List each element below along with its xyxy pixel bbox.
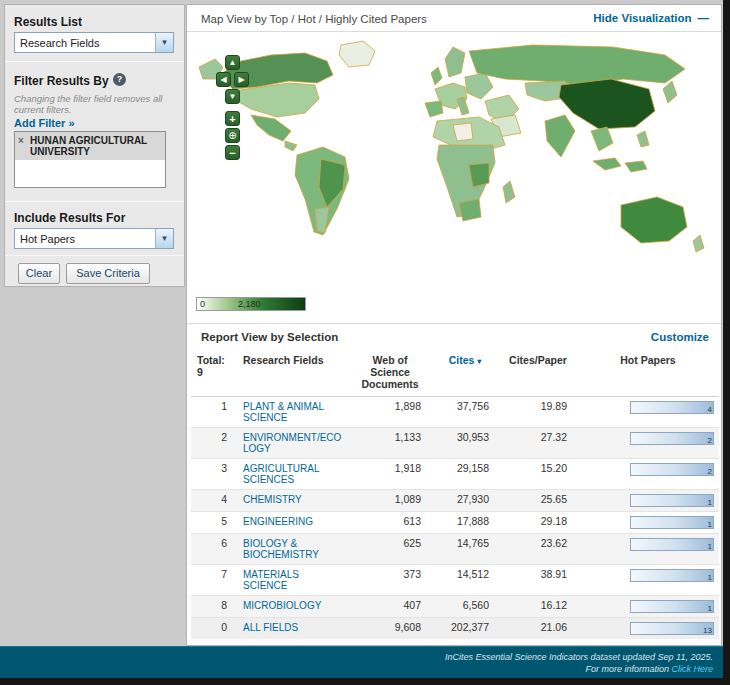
filter-results-by-label: Filter Results By xyxy=(14,74,109,88)
cites-cell: 37,756 xyxy=(431,397,499,428)
pan-left-icon[interactable]: ◀ xyxy=(216,72,231,87)
main-panel: Map View by Top / Hot / Highly Cited Pap… xyxy=(186,4,722,646)
pan-up-icon[interactable]: ▲ xyxy=(225,55,240,70)
clear-button[interactable]: Clear xyxy=(18,263,60,284)
results-list-label: Results List xyxy=(14,15,82,29)
zoom-in-icon[interactable]: + xyxy=(225,111,240,126)
table-row: 6 BIOLOGY & BIOCHEMISTRY 625 14,765 23.6… xyxy=(191,534,719,565)
active-filters-list: × HUNAN AGRICULTURAL UNIVERSITY xyxy=(14,131,166,188)
column-header-research-fields[interactable]: Research Fields xyxy=(239,351,349,397)
table-row: 1 PLANT & ANIMAL SCIENCE 1,898 37,756 19… xyxy=(191,397,719,428)
docs-cell: 625 xyxy=(349,534,431,565)
hot-papers-value: 1 xyxy=(708,572,712,583)
click-here-link[interactable]: Click Here xyxy=(671,664,713,674)
hot-papers-value: 13 xyxy=(703,625,712,636)
rank-cell: 6 xyxy=(191,534,239,565)
table-row: 0 ALL FIELDS 9,608 202,377 21.06 13 xyxy=(191,618,719,640)
world-map[interactable]: ▲ ◀ ▶ ▼ + ⊕ − xyxy=(193,35,715,295)
active-filter-item[interactable]: × HUNAN AGRICULTURAL UNIVERSITY xyxy=(15,132,165,160)
report-table: Total: 9 Research Fields Web of Science … xyxy=(191,351,719,639)
rank-cell: 0 xyxy=(191,618,239,640)
column-header-documents[interactable]: Web of Science Documents xyxy=(349,351,431,397)
field-link[interactable]: CHEMISTRY xyxy=(243,494,302,505)
rank-cell: 8 xyxy=(191,596,239,618)
total-value: 9 xyxy=(197,366,227,378)
hot-papers-value: 2 xyxy=(708,435,712,446)
hot-papers-bar: 1 xyxy=(630,538,714,551)
field-link[interactable]: ENVIRONMENT/ECOLOGY xyxy=(243,432,341,454)
table-header-row: Total: 9 Research Fields Web of Science … xyxy=(191,351,719,397)
docs-cell: 1,898 xyxy=(349,397,431,428)
field-link[interactable]: PLANT & ANIMAL SCIENCE xyxy=(243,401,324,423)
sort-desc-icon: ▾ xyxy=(477,357,481,366)
docs-cell: 613 xyxy=(349,512,431,534)
hot-papers-bar: 1 xyxy=(630,600,714,613)
help-icon[interactable]: ? xyxy=(113,73,126,86)
map-countries xyxy=(199,41,704,252)
rank-cell: 3 xyxy=(191,459,239,490)
sidebar-divider xyxy=(5,255,184,256)
hot-papers-value: 1 xyxy=(708,541,712,552)
table-row: 3 AGRICULTURAL SCIENCES 1,918 29,158 15.… xyxy=(191,459,719,490)
rank-cell: 4 xyxy=(191,490,239,512)
field-link[interactable]: ENGINEERING xyxy=(243,516,313,527)
cites-per-paper-cell: 21.06 xyxy=(499,618,577,640)
docs-cell: 407 xyxy=(349,596,431,618)
cites-cell: 30,953 xyxy=(431,428,499,459)
column-header-cites-per-paper[interactable]: Cites/Paper xyxy=(499,351,577,397)
hot-papers-value: 2 xyxy=(708,466,712,477)
docs-cell: 9,608 xyxy=(349,618,431,640)
cites-cell: 6,560 xyxy=(431,596,499,618)
save-criteria-button[interactable]: Save Criteria xyxy=(66,263,150,284)
remove-filter-icon[interactable]: × xyxy=(18,135,24,146)
map-view-title: Map View by Top / Hot / Highly Cited Pap… xyxy=(201,13,427,25)
column-header-cites[interactable]: Cites ▾ xyxy=(431,351,499,397)
collapse-icon: — xyxy=(698,12,710,24)
hot-papers-bar: 4 xyxy=(630,401,714,414)
field-link[interactable]: AGRICULTURAL SCIENCES xyxy=(243,463,319,485)
zoom-out-icon[interactable]: − xyxy=(225,145,240,160)
app-window: Results List Research Fields ▼ Filter Re… xyxy=(0,0,723,678)
results-list-selected-value: Research Fields xyxy=(20,37,99,49)
screen: Results List Research Fields ▼ Filter Re… xyxy=(0,0,730,685)
total-header: Total: 9 xyxy=(191,351,239,397)
report-view-title: Report View by Selection xyxy=(201,331,338,343)
include-results-label: Include Results For xyxy=(14,211,125,225)
pan-down-icon[interactable]: ▼ xyxy=(225,89,240,104)
customize-link[interactable]: Customize xyxy=(651,331,709,343)
add-filter-link[interactable]: Add Filter » xyxy=(14,117,75,129)
hot-papers-bar: 1 xyxy=(630,494,714,507)
include-results-select[interactable]: Hot Papers ▼ xyxy=(14,228,174,249)
column-header-hot-papers[interactable]: Hot Papers xyxy=(577,351,719,397)
hide-visualization-link[interactable]: Hide Visualization— xyxy=(593,12,709,24)
results-list-select[interactable]: Research Fields ▼ xyxy=(14,32,174,53)
table-row: 8 MICROBIOLOGY 407 6,560 16.12 1 xyxy=(191,596,719,618)
table-row: 7 MATERIALS SCIENCE 373 14,512 38.91 1 xyxy=(191,565,719,596)
pan-right-icon[interactable]: ▶ xyxy=(234,72,249,87)
hot-papers-bar: 1 xyxy=(630,569,714,582)
field-link[interactable]: MICROBIOLOGY xyxy=(243,600,321,611)
globe-icon[interactable]: ⊕ xyxy=(225,128,240,143)
docs-cell: 373 xyxy=(349,565,431,596)
field-link[interactable]: ALL FIELDS xyxy=(243,622,298,633)
field-link[interactable]: MATERIALS SCIENCE xyxy=(243,569,299,591)
cites-cell: 14,512 xyxy=(431,565,499,596)
cites-per-paper-cell: 23.62 xyxy=(499,534,577,565)
world-map-svg xyxy=(193,35,715,293)
cites-cell: 27,930 xyxy=(431,490,499,512)
hot-papers-value: 1 xyxy=(708,603,712,614)
filter-note: Changing the filter field removes all cu… xyxy=(14,93,174,115)
total-label: Total: xyxy=(197,354,227,366)
active-filter-label: HUNAN AGRICULTURAL UNIVERSITY xyxy=(30,135,147,157)
cites-per-paper-cell: 16.12 xyxy=(499,596,577,618)
rank-cell: 7 xyxy=(191,565,239,596)
hot-papers-value: 1 xyxy=(708,519,712,530)
header-divider xyxy=(187,31,721,32)
field-link[interactable]: BIOLOGY & BIOCHEMISTRY xyxy=(243,538,319,560)
hot-papers-bar: 1 xyxy=(630,516,714,529)
footer-more-info-label: For more information xyxy=(585,664,669,674)
footer-dataset-note: InCites Essential Science Indicators dat… xyxy=(0,651,713,663)
report-divider xyxy=(187,323,721,324)
table-row: 4 CHEMISTRY 1,089 27,930 25.65 1 xyxy=(191,490,719,512)
include-results-selected-value: Hot Papers xyxy=(20,233,75,245)
